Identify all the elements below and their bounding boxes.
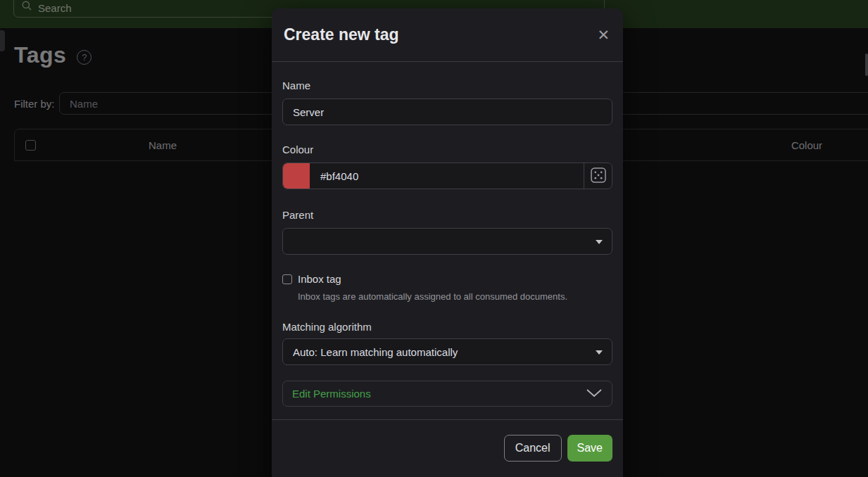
matching-select-value: Auto: Learn matching automatically: [293, 346, 458, 358]
inbox-tag-row: Inbox tag: [282, 273, 612, 285]
modal-header: Create new tag ✕: [272, 8, 623, 62]
matching-algorithm-select[interactable]: Auto: Learn matching automatically: [282, 338, 612, 365]
modal-body: Name Colour: [272, 62, 623, 407]
name-field-group: Name: [282, 80, 612, 125]
inbox-tag-label: Inbox tag: [298, 273, 341, 285]
app-screen: Search Tags ? Filter by: Name Colour Cre…: [0, 0, 868, 477]
cancel-button[interactable]: Cancel: [504, 435, 562, 462]
colour-swatch: [283, 163, 310, 189]
random-colour-button[interactable]: [584, 163, 612, 189]
chevron-down-icon: [586, 388, 603, 400]
name-label: Name: [282, 80, 612, 91]
parent-select[interactable]: [282, 228, 612, 255]
colour-input-group: [282, 163, 612, 189]
inbox-tag-hint: Inbox tags are automatically assigned to…: [298, 291, 612, 302]
edit-permissions-label: Edit Permissions: [292, 388, 371, 400]
inbox-tag-checkbox[interactable]: [282, 274, 292, 284]
tag-name-input[interactable]: [282, 98, 612, 125]
save-button[interactable]: Save: [567, 435, 612, 462]
close-icon[interactable]: ✕: [596, 26, 611, 44]
colour-field-group: Colour: [282, 144, 612, 189]
modal-footer: Cancel Save: [272, 419, 623, 476]
parent-label: Parent: [282, 209, 612, 221]
matching-algorithm-label: Matching algorithm: [282, 321, 612, 333]
edit-permissions-accordion[interactable]: Edit Permissions: [282, 381, 612, 407]
inbox-tag-group: Inbox tag Inbox tags are automatically a…: [282, 273, 612, 302]
colour-hex-input[interactable]: [310, 163, 584, 189]
parent-field-group: Parent: [282, 209, 612, 255]
colour-label: Colour: [282, 144, 612, 155]
dice-icon: [591, 167, 606, 185]
create-tag-modal: Create new tag ✕ Name Colour: [272, 8, 623, 477]
matching-field-group: Matching algorithm Auto: Learn matching …: [282, 321, 612, 365]
chevron-down-icon: [596, 350, 603, 355]
chevron-down-icon: [596, 240, 603, 244]
modal-title: Create new tag: [284, 25, 399, 44]
